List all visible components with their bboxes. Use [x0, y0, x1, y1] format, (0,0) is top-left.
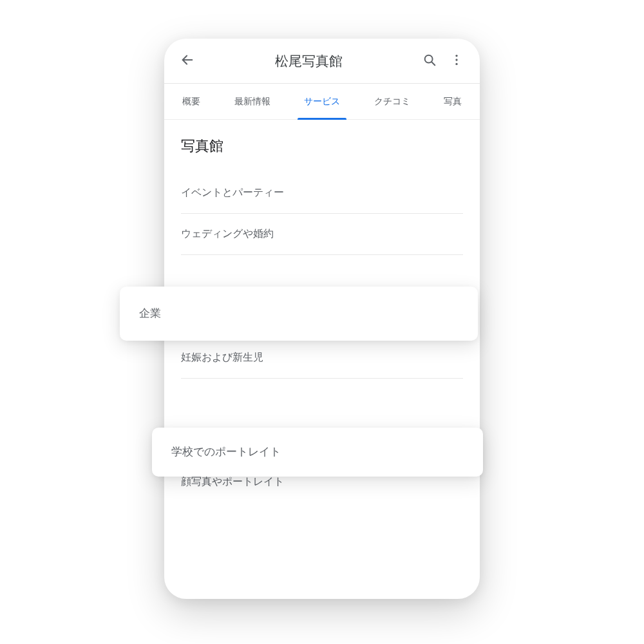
svg-point-4: [455, 59, 457, 61]
arrow-left-icon: [180, 53, 194, 70]
tab-services[interactable]: サービス: [301, 84, 343, 119]
svg-point-5: [455, 62, 457, 64]
service-item[interactable]: イベントとパーティー: [181, 173, 463, 214]
tab-overview[interactable]: 概要: [180, 84, 203, 119]
tab-bar: 概要 最新情報 サービス クチコミ 写真: [164, 84, 480, 120]
service-item[interactable]: 妊娠および新生児: [181, 337, 463, 379]
tab-updates[interactable]: 最新情報: [232, 84, 273, 119]
more-vertical-icon: [450, 53, 464, 70]
back-button[interactable]: [177, 51, 198, 71]
highlight-card-corporate[interactable]: 企業: [120, 287, 478, 341]
svg-point-3: [455, 54, 457, 56]
app-bar: 松尾写真館: [164, 39, 480, 84]
service-item[interactable]: ウェディングや婚約: [181, 214, 463, 255]
svg-line-2: [431, 62, 435, 65]
highlight-card-label: 企業: [139, 307, 161, 321]
page-title: 松尾写真館: [204, 52, 413, 70]
overflow-menu-button[interactable]: [446, 51, 467, 71]
search-button[interactable]: [419, 51, 440, 71]
section-title: 写真館: [181, 137, 463, 156]
highlight-card-school[interactable]: 学校でのポートレイト: [152, 428, 483, 477]
tab-photos[interactable]: 写真: [441, 84, 464, 119]
search-icon: [422, 53, 437, 70]
tab-reviews[interactable]: クチコミ: [372, 84, 413, 119]
highlight-card-label: 学校でのポートレイト: [171, 445, 281, 459]
